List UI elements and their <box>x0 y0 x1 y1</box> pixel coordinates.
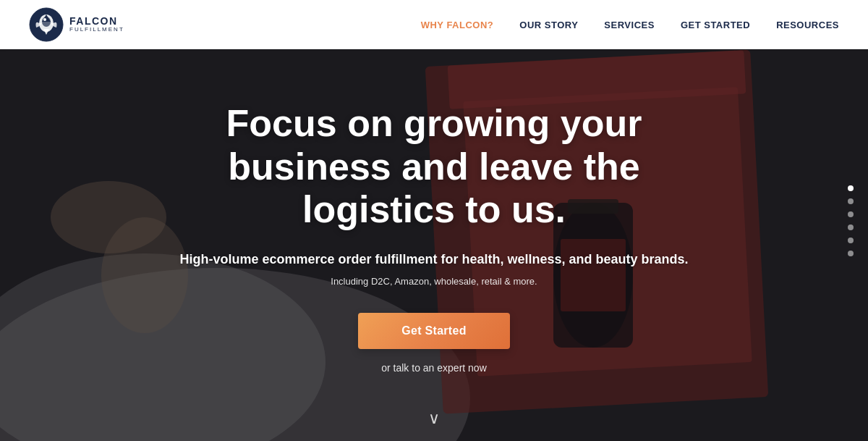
dot-2[interactable] <box>848 198 854 204</box>
hero-section: Focus on growing your business and leave… <box>0 0 868 441</box>
dot-6[interactable] <box>848 251 854 256</box>
logo-subtitle: FULFILLMENT <box>69 27 124 33</box>
svg-point-3 <box>42 17 51 27</box>
scroll-down-chevron[interactable]: ∨ <box>428 409 440 428</box>
dot-4[interactable] <box>848 224 854 230</box>
hero-subtitle: High-volume ecommerce order fulfillment … <box>179 252 688 267</box>
expert-link[interactable]: or talk to an expert now <box>381 362 487 374</box>
hero-content: Focus on growing your business and leave… <box>0 0 868 441</box>
nav-item-our-story[interactable]: OUR STORY <box>519 20 578 30</box>
nav-item-get-started[interactable]: GET STARTED <box>681 20 750 30</box>
slide-dots <box>848 185 854 256</box>
dot-5[interactable] <box>848 238 854 243</box>
get-started-button[interactable]: Get Started <box>358 313 510 349</box>
header: FALCON FULFILLMENT WHY FALCON? OUR STORY… <box>0 0 868 49</box>
dot-3[interactable] <box>848 211 854 217</box>
svg-point-4 <box>43 18 46 21</box>
nav-item-services[interactable]: SERVICES <box>604 20 655 30</box>
hero-title: Focus on growing your business and leave… <box>152 102 716 232</box>
dot-1[interactable] <box>848 185 854 191</box>
logo[interactable]: FALCON FULFILLMENT <box>29 7 124 42</box>
logo-text: FALCON FULFILLMENT <box>69 16 124 33</box>
hero-sub2: Including D2C, Amazon, wholesale, retail… <box>331 276 537 287</box>
main-nav: WHY FALCON? OUR STORY SERVICES GET START… <box>421 20 839 30</box>
nav-item-resources[interactable]: RESOURCES <box>776 20 839 30</box>
falcon-logo-icon <box>29 7 64 42</box>
nav-item-why-falcon[interactable]: WHY FALCON? <box>421 20 494 30</box>
logo-title: FALCON <box>69 16 124 27</box>
